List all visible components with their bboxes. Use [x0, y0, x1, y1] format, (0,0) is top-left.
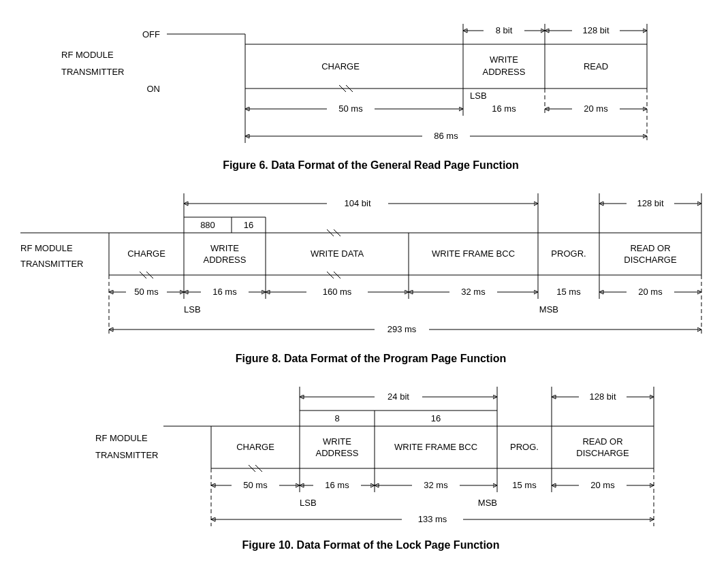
bits-read: 128 bit	[637, 198, 663, 208]
figure-8-diagram: RF MODULE TRANSMITTER 880 16 104 bit 128…	[7, 180, 721, 350]
t-data: 160 ms	[323, 287, 352, 297]
n880: 880	[200, 220, 215, 230]
progr-label: PROGR.	[551, 248, 586, 259]
off-label: OFF	[142, 29, 160, 39]
t-addr: 16 ms	[212, 287, 237, 297]
t-prog: 15 ms	[512, 480, 537, 490]
time-read: 20 ms	[584, 103, 608, 114]
read-label-2: DISCHARGE	[624, 255, 677, 265]
charge-label: CHARGE	[236, 442, 274, 452]
msb-label: MSB	[539, 304, 558, 315]
time-total: 86 ms	[434, 131, 458, 141]
charge-label: CHARGE	[127, 248, 165, 259]
msb-label: MSB	[478, 498, 497, 508]
wa-label-1: WRITE	[323, 436, 351, 447]
rf-module-label: RF MODULE	[61, 50, 114, 60]
charge-label: CHARGE	[321, 61, 360, 71]
wa-label-1: WRITE	[210, 243, 239, 253]
read-label-1: READ OR	[582, 436, 622, 447]
bits-total: 104 bit	[344, 198, 370, 208]
bits-total: 24 bit	[387, 391, 409, 402]
wa-label-2: ADDRESS	[316, 448, 359, 458]
transmitter-label: TRANSMITTER	[95, 450, 158, 460]
t-prog: 15 ms	[556, 287, 581, 297]
wa-label-2: ADDRESS	[204, 255, 247, 265]
wd-label: WRITE DATA	[311, 248, 364, 259]
bits-addr: 8 bit	[496, 25, 513, 35]
t-read: 20 ms	[590, 480, 615, 490]
t-bcc: 32 ms	[424, 480, 448, 490]
read-label-2: DISCHARGE	[576, 448, 629, 458]
t-total: 293 ms	[387, 324, 417, 334]
time-addr: 16 ms	[492, 103, 516, 114]
figure-6-diagram: OFF ON RF MODULE TRANSMITTER CHARGE WRIT…	[7, 7, 721, 157]
t-total: 133 ms	[418, 514, 447, 524]
t-charge: 50 ms	[243, 480, 268, 490]
t-bcc: 32 ms	[461, 287, 486, 297]
read-label: READ	[584, 61, 608, 71]
wbcc-label: WRITE FRAME BCC	[394, 442, 477, 452]
figure-6-caption: Figure 6. Data Format of the General Rea…	[7, 159, 728, 172]
bits-read: 128 bit	[589, 391, 616, 402]
prog-label: PROG.	[510, 442, 539, 452]
time-charge: 50 ms	[338, 103, 363, 114]
t-addr: 16 ms	[325, 480, 349, 490]
n8: 8	[334, 413, 339, 423]
figure-10-diagram: RF MODULE TRANSMITTER 8 16 24 bit 128 bi…	[7, 373, 721, 536]
transmitter-label: TRANSMITTER	[20, 259, 83, 269]
lsb-label: LSB	[184, 304, 201, 315]
figure-10-caption: Figure 10. Data Format of the Lock Page …	[7, 539, 728, 551]
transmitter-label: TRANSMITTER	[61, 67, 124, 77]
n16: 16	[244, 220, 253, 230]
n16: 16	[431, 413, 441, 423]
lsb-label: LSB	[470, 91, 487, 101]
wbcc-label: WRITE FRAME BCC	[432, 248, 515, 259]
write-addr-label-1: WRITE	[490, 54, 518, 65]
rf-module-label: RF MODULE	[20, 243, 73, 253]
on-label: ON	[147, 84, 161, 94]
t-charge: 50 ms	[134, 287, 159, 297]
rf-module-label: RF MODULE	[95, 433, 148, 443]
t-read: 20 ms	[638, 287, 663, 297]
read-label-1: READ OR	[630, 243, 670, 253]
write-addr-label-2: ADDRESS	[483, 67, 526, 77]
figure-8-caption: Figure 8. Data Format of the Program Pag…	[7, 353, 728, 365]
lsb-label: LSB	[300, 498, 317, 508]
bits-read: 128 bit	[582, 25, 609, 35]
